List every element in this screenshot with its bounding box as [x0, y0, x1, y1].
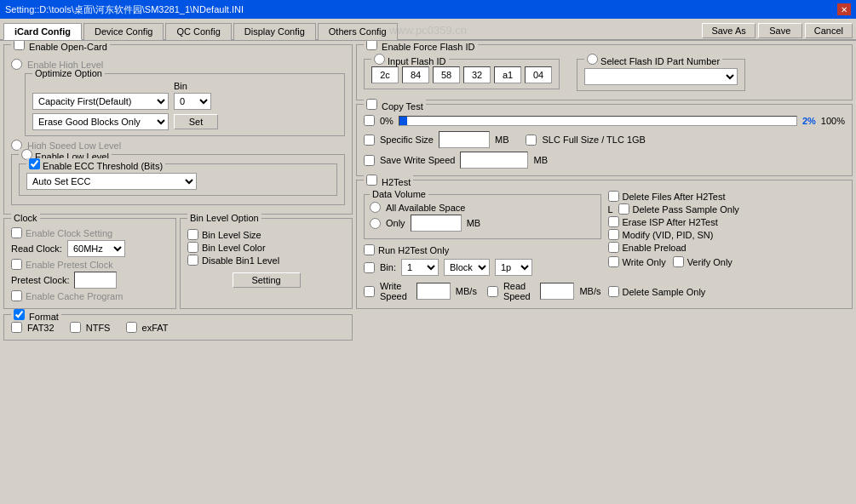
- progress-checkbox[interactable]: [364, 115, 375, 126]
- save-button[interactable]: Save: [758, 23, 802, 38]
- save-write-input[interactable]: [460, 152, 528, 169]
- all-space-radio[interactable]: [370, 202, 381, 213]
- flash-field-3[interactable]: [463, 66, 491, 83]
- cache-program-checkbox[interactable]: [11, 290, 22, 301]
- disable-bin1-checkbox[interactable]: [187, 255, 198, 266]
- fat32-checkbox[interactable]: [11, 322, 22, 333]
- format-checkbox[interactable]: [14, 309, 25, 320]
- flash-field-2[interactable]: [433, 66, 460, 83]
- optimize-bin-row: Capacity First(Default) Performance Firs…: [32, 81, 337, 110]
- specific-size-input[interactable]: 0: [439, 131, 490, 148]
- open-card-checkbox[interactable]: [14, 41, 25, 50]
- only-input[interactable]: 10: [411, 215, 462, 232]
- block-select[interactable]: BlockPage: [444, 259, 490, 276]
- only-unit: MB: [467, 218, 481, 228]
- tab-qc-config[interactable]: QC Config: [165, 23, 231, 40]
- cache-program-label: Enable Cache Program: [26, 291, 123, 301]
- set-button[interactable]: Set: [174, 114, 218, 129]
- bin-level-color-checkbox[interactable]: [187, 242, 198, 253]
- tab-icard-config[interactable]: iCard Config: [3, 23, 82, 40]
- optimize-group: Optimize Option Capacity First(Default) …: [25, 73, 345, 136]
- h2test-checkbox[interactable]: [366, 175, 377, 186]
- save-as-button[interactable]: Save As: [702, 23, 755, 38]
- format-options-row: FAT32 NTFS exFAT: [11, 322, 345, 333]
- copy-test-checkbox[interactable]: [366, 99, 377, 110]
- pretest-label: Pretest Clock:: [11, 275, 69, 285]
- enable-preload-label: Enable Preload: [623, 243, 687, 253]
- verify-only-label: Verify Only: [687, 257, 732, 267]
- bin-row-checkbox[interactable]: [364, 262, 375, 273]
- data-volume-group: Data Volume All Available Space Only 10 …: [364, 194, 601, 239]
- write-speed-row: Write Speed 0 MB/s: [364, 281, 477, 301]
- step-select[interactable]: 1p2p4p: [495, 259, 532, 276]
- low-level-group: Enable Low Level Enable ECC Threshold (B…: [11, 154, 345, 205]
- read-speed-checkbox[interactable]: [487, 286, 498, 297]
- run-h2test-checkbox[interactable]: [364, 244, 375, 255]
- bin-level-size-row: Bin Level Size: [187, 229, 345, 240]
- pretest-input[interactable]: 0: [74, 272, 117, 289]
- specific-size-label: Specific Size: [380, 135, 434, 145]
- flash-field-0[interactable]: [371, 66, 399, 83]
- modify-vid-checkbox[interactable]: [608, 229, 619, 240]
- delete-pass-checkbox[interactable]: [618, 203, 629, 215]
- delete-files-checkbox[interactable]: [608, 191, 619, 202]
- delete-sample-checkbox[interactable]: [608, 286, 619, 297]
- tab-others-config[interactable]: Others Config: [318, 23, 398, 40]
- ntfs-checkbox[interactable]: [70, 322, 81, 333]
- input-flash-radio[interactable]: [374, 54, 385, 65]
- write-speed-input[interactable]: 0: [417, 283, 451, 300]
- only-row: Only 10 MB: [370, 215, 595, 232]
- enable-preload-checkbox[interactable]: [608, 242, 619, 253]
- ecc-select[interactable]: Auto Set ECC 1248: [26, 173, 197, 190]
- bin-level-options: Bin Level Size Bin Level Color Disable B…: [187, 229, 345, 266]
- read-clock-select[interactable]: 60MHz48MHz40MHz30MHz: [67, 240, 125, 257]
- optimize-select[interactable]: Capacity First(Default) Performance Firs…: [32, 93, 169, 110]
- verify-only-checkbox[interactable]: [673, 256, 684, 267]
- setting-button[interactable]: Setting: [233, 272, 301, 288]
- exfat-checkbox[interactable]: [126, 322, 137, 333]
- part-number-select[interactable]: [584, 68, 738, 85]
- erase-select[interactable]: Erase Good Blocks Only Erase All Blocks: [32, 113, 169, 130]
- modify-vid-label: Modify (VID, PID, SN): [623, 230, 714, 240]
- flash-field-1[interactable]: [402, 66, 429, 83]
- write-speed-checkbox[interactable]: [364, 286, 375, 297]
- ecc-checkbox[interactable]: [29, 158, 40, 169]
- only-radio[interactable]: [370, 218, 381, 229]
- progress-max: 100%: [821, 116, 845, 126]
- specific-size-checkbox[interactable]: [364, 135, 375, 146]
- optimize-section: Optimize Option Capacity First(Default) …: [25, 73, 345, 136]
- pretest-clock-checkbox[interactable]: [11, 259, 22, 270]
- h2test-left: Data Volume All Available Space Only 10 …: [364, 189, 601, 303]
- force-flash-checkbox[interactable]: [366, 41, 377, 50]
- bin-row-select[interactable]: 123: [401, 259, 439, 276]
- flash-field-5[interactable]: [525, 66, 552, 83]
- save-write-checkbox[interactable]: [364, 155, 375, 166]
- enable-clock-checkbox[interactable]: [11, 227, 22, 238]
- write-only-checkbox[interactable]: [608, 256, 619, 267]
- tab-display-config[interactable]: Display Config: [233, 23, 316, 40]
- run-only-row: Run H2Test Only: [364, 244, 601, 255]
- bin-level-size-checkbox[interactable]: [187, 229, 198, 240]
- cancel-button[interactable]: Cancel: [805, 23, 853, 38]
- save-write-row: Save Write Speed MB: [364, 152, 845, 169]
- tab-device-config[interactable]: Device Config: [83, 23, 164, 40]
- format-title: Format: [11, 309, 61, 322]
- h2test-title: H2Test: [364, 175, 413, 187]
- bin-select[interactable]: 0123: [174, 93, 211, 110]
- flash-id-options: Input Flash ID: [364, 55, 845, 94]
- delete-sample-row: Delete Sample Only: [608, 286, 846, 297]
- high-level-radio[interactable]: [11, 59, 22, 70]
- erase-isp-checkbox[interactable]: [608, 216, 619, 227]
- title-bar: Setting::D:\tools\桌面\河东软件园\SM3281_1\NDef…: [0, 0, 856, 19]
- slc-full-checkbox[interactable]: [526, 135, 537, 146]
- flash-field-4[interactable]: [494, 66, 521, 83]
- close-button[interactable]: ✕: [837, 3, 851, 15]
- read-speed-input[interactable]: 0: [540, 283, 574, 300]
- delete-files-label: Delete Files After H2Test: [623, 192, 726, 202]
- enable-clock-label: Enable Clock Setting: [26, 228, 112, 238]
- select-part-radio[interactable]: [587, 54, 598, 65]
- disable-bin1-label: Disable Bin1 Level: [202, 255, 279, 266]
- ecc-title: Enable ECC Threshold (Bits): [26, 158, 165, 171]
- progress-track: [399, 116, 797, 126]
- write-only-row: Write Only: [608, 256, 666, 267]
